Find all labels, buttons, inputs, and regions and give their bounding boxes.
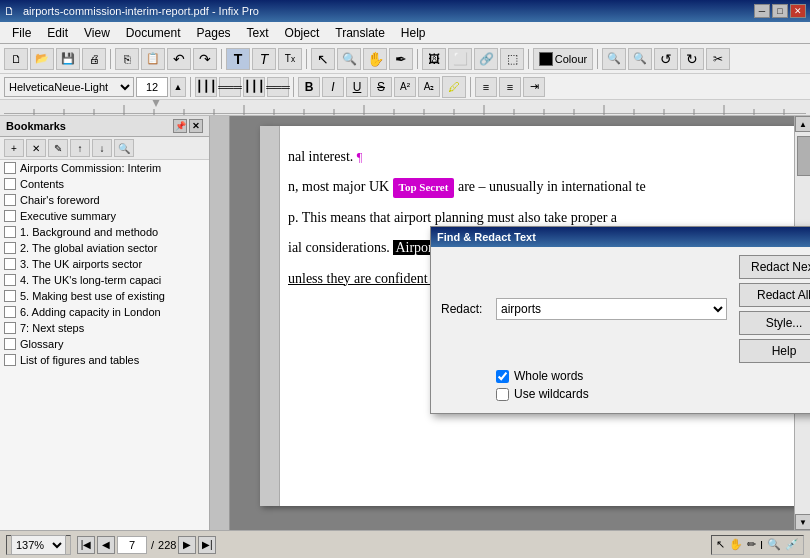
strikethrough-button[interactable]: S <box>370 77 392 97</box>
bookmark-item-8[interactable]: 5. Making best use of existing <box>0 288 209 304</box>
menu-file[interactable]: File <box>4 24 39 42</box>
close-button[interactable]: ✕ <box>790 4 806 18</box>
menu-translate[interactable]: Translate <box>327 24 393 42</box>
new-button[interactable]: 🗋 <box>4 48 28 70</box>
list-bullet-button[interactable]: ≡ <box>475 77 497 97</box>
zoom-segment: 50% 75% 100% 137% 150% 200% <box>6 535 71 555</box>
hand-icon[interactable]: ✋ <box>729 538 743 551</box>
scroll-thumb[interactable] <box>797 136 810 176</box>
align-left-button[interactable]: ┃┃┃ <box>195 77 217 97</box>
link-tool[interactable]: 🔗 <box>474 48 498 70</box>
minimize-button[interactable]: ─ <box>754 4 770 18</box>
align-right-button[interactable]: ┃┃┃ <box>243 77 265 97</box>
menu-text[interactable]: Text <box>239 24 277 42</box>
rotate-left-button[interactable]: ↺ <box>654 48 678 70</box>
current-page-input[interactable] <box>117 536 147 554</box>
bookmarks-down-button[interactable]: ↓ <box>92 139 112 157</box>
highlight-button[interactable]: 🖊 <box>442 76 466 98</box>
bookmark-item-4[interactable]: 1. Background and methodo <box>0 224 209 240</box>
bookmark-item-11[interactable]: Glossary <box>0 336 209 352</box>
print-button[interactable]: 🖨 <box>82 48 106 70</box>
text-select-icon[interactable]: I <box>760 539 763 551</box>
bookmark-item-5[interactable]: 2. The global aviation sector <box>0 240 209 256</box>
shape-tool[interactable]: ⬜ <box>448 48 472 70</box>
font-name-select[interactable]: HelveticaNeue-Light <box>4 77 134 97</box>
redact-all-button[interactable]: Redact All <box>739 283 810 307</box>
eyedropper-icon[interactable]: 💉 <box>785 538 799 551</box>
first-page-button[interactable]: |◀ <box>77 536 95 554</box>
colour-picker[interactable]: Colour <box>533 48 593 70</box>
redact-next-button[interactable]: Redact Next <box>739 255 810 279</box>
zoom-in-button[interactable]: 🔍 <box>628 48 652 70</box>
image-tool[interactable]: 🖼 <box>422 48 446 70</box>
undo-button[interactable]: ↶ <box>167 48 191 70</box>
zoom-tool[interactable]: 🔍 <box>337 48 361 70</box>
whole-words-checkbox[interactable] <box>496 370 509 383</box>
bookmark-item-1[interactable]: Contents <box>0 176 209 192</box>
subscript-button[interactable]: A₂ <box>418 77 440 97</box>
last-page-button[interactable]: ▶| <box>198 536 216 554</box>
bookmark-icon-5 <box>4 242 16 254</box>
menu-document[interactable]: Document <box>118 24 189 42</box>
prev-page-button[interactable]: ◀ <box>97 536 115 554</box>
select-icon[interactable]: ↖ <box>716 538 725 551</box>
pencil-icon[interactable]: ✏ <box>747 538 756 551</box>
align-center-button[interactable]: ═══ <box>219 77 241 97</box>
font-size-input[interactable] <box>136 77 168 97</box>
wildcards-checkbox[interactable] <box>496 388 509 401</box>
subscript-tool[interactable]: Tx <box>278 48 302 70</box>
bookmarks-pin-button[interactable]: 📌 <box>173 119 187 133</box>
dialog-redact-select[interactable]: airports <box>496 298 727 320</box>
next-page-button[interactable]: ▶ <box>178 536 196 554</box>
copy-button[interactable]: ⎘ <box>115 48 139 70</box>
bookmark-item-12[interactable]: List of figures and tables <box>0 352 209 368</box>
bookmark-item-10[interactable]: 7: Next steps <box>0 320 209 336</box>
bookmark-item-2[interactable]: Chair's foreword <box>0 192 209 208</box>
underline-button[interactable]: U <box>346 77 368 97</box>
save-button[interactable]: 💾 <box>56 48 80 70</box>
select-tool[interactable]: ↖ <box>311 48 335 70</box>
rotate-right-button[interactable]: ↻ <box>680 48 704 70</box>
scroll-down-arrow[interactable]: ▼ <box>795 514 810 530</box>
paste-button[interactable]: 📋 <box>141 48 165 70</box>
document-area[interactable]: nal interest. ¶ n, most major UK Top Sec… <box>210 116 810 530</box>
bookmark-item-0[interactable]: Airports Commission: Interim <box>0 160 209 176</box>
bookmark-item-9[interactable]: 6. Adding capacity in London <box>0 304 209 320</box>
list-number-button[interactable]: ≡ <box>499 77 521 97</box>
align-justify-button[interactable]: ═══ <box>267 77 289 97</box>
open-button[interactable]: 📂 <box>30 48 54 70</box>
menu-pages[interactable]: Pages <box>189 24 239 42</box>
text-tool[interactable]: T <box>226 48 250 70</box>
stamp-tool[interactable]: ⬚ <box>500 48 524 70</box>
hand-tool[interactable]: ✋ <box>363 48 387 70</box>
help-button[interactable]: Help <box>739 339 810 363</box>
bookmarks-close-button[interactable]: ✕ <box>189 119 203 133</box>
bookmark-item-7[interactable]: 4. The UK's long-term capaci <box>0 272 209 288</box>
scroll-up-arrow[interactable]: ▲ <box>795 116 810 132</box>
zoom-out-button[interactable]: 🔍 <box>602 48 626 70</box>
bookmarks-up-button[interactable]: ↑ <box>70 139 90 157</box>
bookmark-item-3[interactable]: Executive summary <box>0 208 209 224</box>
menu-object[interactable]: Object <box>277 24 328 42</box>
font-size-up-button[interactable]: ▲ <box>170 77 186 97</box>
menu-view[interactable]: View <box>76 24 118 42</box>
zoom-icon[interactable]: 🔍 <box>767 538 781 551</box>
bookmarks-edit-button[interactable]: ✎ <box>48 139 68 157</box>
indent-more-button[interactable]: ⇥ <box>523 77 545 97</box>
bookmarks-add-button[interactable]: + <box>4 139 24 157</box>
bookmarks-delete-button[interactable]: ✕ <box>26 139 46 157</box>
bookmarks-find-button[interactable]: 🔍 <box>114 139 134 157</box>
zoom-select[interactable]: 50% 75% 100% 137% 150% 200% <box>11 535 66 555</box>
style-button[interactable]: Style... <box>739 311 810 335</box>
menu-help[interactable]: Help <box>393 24 434 42</box>
crop-button[interactable]: ✂ <box>706 48 730 70</box>
italic-button[interactable]: I <box>322 77 344 97</box>
redo-button[interactable]: ↷ <box>193 48 217 70</box>
text-tool2[interactable]: T <box>252 48 276 70</box>
superscript-button[interactable]: A² <box>394 77 416 97</box>
bookmark-item-6[interactable]: 3. The UK airports sector <box>0 256 209 272</box>
bold-button[interactable]: B <box>298 77 320 97</box>
menu-edit[interactable]: Edit <box>39 24 76 42</box>
pen-tool[interactable]: ✒ <box>389 48 413 70</box>
maximize-button[interactable]: □ <box>772 4 788 18</box>
